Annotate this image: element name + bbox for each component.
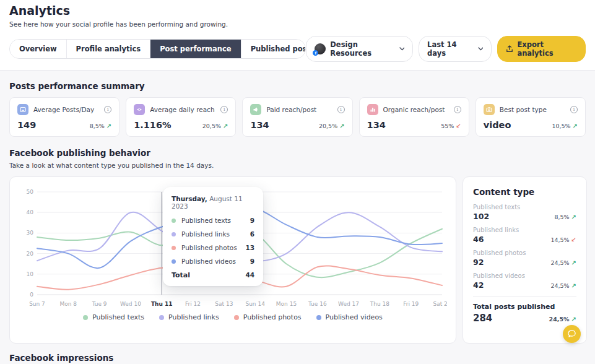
toolbar: Overview Profile analytics Post performa… (9, 36, 586, 70)
account-avatar: f (315, 43, 326, 54)
legend-published-videos[interactable]: Published videos (316, 313, 383, 321)
content-type-total-row: Total posts published 28424,5% ↗ (473, 303, 576, 324)
svg-text:Mon 8: Mon 8 (60, 301, 77, 307)
card-paid-reach-post: Paid reach/post 134 20,5% ↗ (242, 97, 352, 137)
svg-text:50: 50 (27, 189, 34, 195)
trend-arrow-icon: ↗ (106, 123, 111, 129)
info-icon[interactable] (570, 106, 578, 113)
series-dot-icon (234, 315, 239, 320)
posts-icon (17, 104, 28, 115)
card-label: Best post type (500, 106, 565, 113)
svg-text:40: 40 (27, 209, 34, 215)
legend-published-links[interactable]: Published links (159, 313, 219, 321)
card-label: Organic reach/post (383, 106, 449, 113)
page-title: Analytics (9, 4, 586, 17)
card-average-posts-day: Average Posts/Day 149 8,5% ↗ (9, 97, 119, 137)
behavior-subtitle: Take a look at what content type you pub… (9, 162, 586, 169)
card-change: 8,5% ↗ (90, 123, 112, 129)
card-value: 134 (367, 120, 386, 130)
series-dot-icon (172, 246, 176, 250)
camera-icon (484, 104, 495, 115)
page-subtitle: See here how your social profile has bee… (9, 20, 586, 28)
svg-text:Fri 19: Fri 19 (403, 301, 419, 307)
svg-text:Fri 12: Fri 12 (185, 301, 201, 307)
content-type-row: Published links 4614,5% ↙ (473, 227, 576, 244)
series-dot-icon (172, 259, 176, 264)
trend-arrow-icon: ↗ (571, 282, 576, 289)
account-dropdown-label: Design Resources (330, 40, 395, 58)
svg-text:0: 0 (30, 292, 33, 298)
info-icon[interactable] (220, 106, 228, 113)
series-dot-icon (83, 315, 88, 320)
tooltip-row: Published photos13 (172, 244, 254, 251)
content-type-row: Published photos 9224,5% ↗ (473, 249, 576, 267)
export-icon (506, 45, 513, 53)
content-type-heading: Content type (473, 187, 576, 197)
tooltip-row: Published links6 (172, 230, 254, 238)
svg-text:Mon 15: Mon 15 (276, 301, 297, 307)
behavior-heading: Facebook publishing behavior (9, 148, 586, 158)
export-analytics-button[interactable]: Export analytics (497, 36, 586, 62)
tooltip-total: Total44 (172, 271, 254, 279)
toolbar-controls: f Design Resources Last 14 days Export a… (306, 36, 586, 62)
svg-text:Thu 11: Thu 11 (151, 301, 173, 307)
trend-arrow-icon: ↗ (571, 316, 576, 323)
export-analytics-label: Export analytics (517, 40, 577, 58)
card-change: 55% ↙ (441, 123, 461, 129)
card-label: Average Posts/Day (33, 106, 99, 113)
chat-bubble-icon (567, 329, 576, 339)
facebook-badge-icon: f (313, 50, 318, 56)
card-average-daily-reach: Average daily reach 1.116% 20,5% ↗ (126, 97, 236, 137)
svg-text:Thu 18: Thu 18 (370, 301, 389, 307)
chart-legend: Published texts Published links Publishe… (19, 313, 447, 321)
svg-text:10: 10 (27, 271, 34, 277)
svg-text:Tue 16: Tue 16 (308, 301, 327, 307)
series-dot-icon (172, 219, 176, 223)
card-value: 1.116% (134, 120, 171, 130)
card-change: 10,5% ↗ (552, 123, 578, 129)
trend-arrow-icon: ↗ (339, 123, 344, 129)
info-icon[interactable] (104, 106, 111, 113)
page-header: Analytics See here how your social profi… (0, 0, 595, 71)
tab-published-posts[interactable]: Published posts (241, 40, 306, 58)
series-dot-icon (316, 315, 321, 320)
eye-icon (134, 104, 145, 115)
date-range-label: Last 14 days (427, 40, 474, 58)
chart-tooltip: Thursday, August 11 2023 Published texts… (163, 187, 263, 286)
svg-text:Wed 10: Wed 10 (120, 301, 141, 307)
card-best-post-type: Best post type video 10,5% ↗ (476, 97, 586, 137)
summary-cards: Average Posts/Day 149 8,5% ↗ Average dai… (9, 97, 586, 137)
legend-published-texts[interactable]: Published texts (83, 313, 144, 321)
tab-profile-analytics[interactable]: Profile analytics (67, 40, 151, 58)
card-label: Paid reach/post (266, 106, 332, 113)
trend-arrow-icon: ↗ (573, 123, 578, 129)
trend-arrow-icon: ↙ (571, 236, 576, 243)
card-value: 134 (250, 120, 269, 130)
svg-text:Sat 20: Sat 20 (433, 301, 447, 307)
account-dropdown[interactable]: f Design Resources (306, 36, 413, 62)
info-icon[interactable] (454, 106, 461, 113)
tooltip-title: Thursday, August 11 2023 (172, 195, 254, 210)
info-icon[interactable] (337, 106, 345, 113)
chat-fab-button[interactable] (563, 325, 581, 343)
date-range-dropdown[interactable]: Last 14 days (419, 36, 492, 62)
tab-bar: Overview Profile analytics Post performa… (9, 39, 306, 59)
tab-post-performance[interactable]: Post performance (150, 40, 241, 58)
content-type-row: Published videos 4224,5% ↗ (473, 272, 576, 290)
trend-arrow-icon: ↙ (456, 123, 461, 129)
card-change: 20,5% ↗ (319, 123, 345, 129)
card-label: Average daily reach (150, 106, 215, 113)
tab-overview[interactable]: Overview (10, 40, 67, 58)
trend-arrow-icon: ↗ (223, 123, 228, 129)
svg-text:Tue 9: Tue 9 (92, 301, 107, 307)
svg-text:Sat 13: Sat 13 (215, 301, 233, 307)
svg-text:Sun 14: Sun 14 (245, 301, 265, 307)
svg-text:20: 20 (27, 251, 34, 257)
svg-text:Wed 17: Wed 17 (338, 301, 359, 307)
svg-text:30: 30 (27, 230, 34, 236)
chevron-down-icon (399, 47, 404, 51)
chevron-down-icon (478, 47, 483, 51)
legend-published-photos[interactable]: Published photos (234, 313, 302, 321)
summary-heading: Posts performance summary (9, 81, 586, 91)
series-dot-icon (159, 315, 164, 320)
